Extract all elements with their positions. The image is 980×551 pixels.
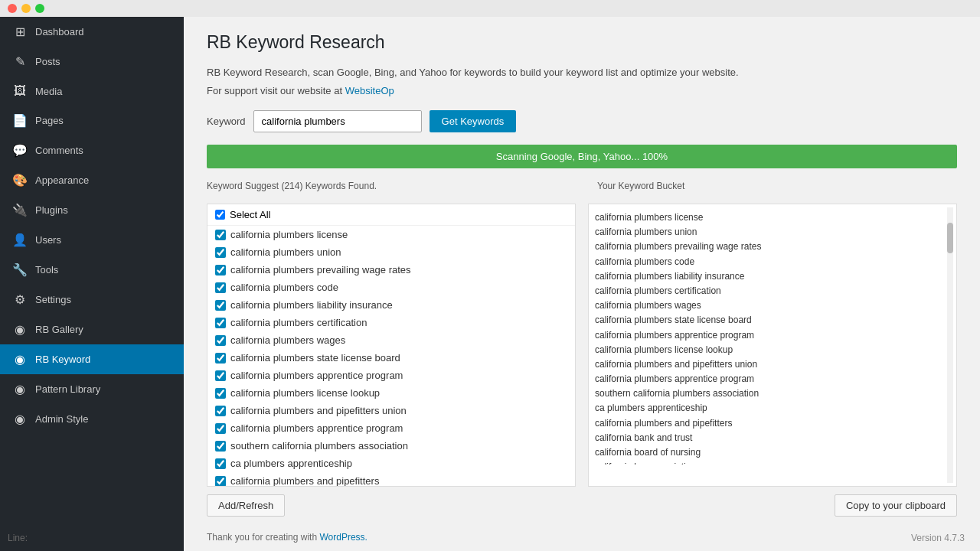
sidebar-item-settings[interactable]: ⚙Settings <box>0 285 184 315</box>
sidebar-label-plugins: Plugins <box>35 204 68 216</box>
sidebar-item-appearance[interactable]: 🎨Appearance <box>0 165 184 195</box>
bucket-scrollbar[interactable] <box>947 207 953 483</box>
keyword-checkbox[interactable] <box>215 265 226 276</box>
users-icon: 👤 <box>12 233 28 247</box>
keyword-text: california plumbers code <box>230 282 338 293</box>
keyword-row: Keyword Get Keywords <box>207 110 957 132</box>
version-text: Version 4.7.3 <box>911 533 965 543</box>
keyword-text: california plumbers union <box>230 246 341 258</box>
keyword-text: california plumbers prevailing wage rate… <box>230 264 411 276</box>
main-content: RB Keyword Research RB Keyword Research,… <box>184 17 980 551</box>
keyword-text: california plumbers license lookup <box>230 387 380 399</box>
keyword-list-item: california plumbers union <box>207 243 575 261</box>
keyword-text: southern california plumbers association <box>230 440 408 452</box>
keyword-checkbox[interactable] <box>215 247 226 258</box>
dashboard-icon: ⊞ <box>12 24 28 39</box>
keyword-input[interactable] <box>253 110 422 132</box>
sidebar-item-plugins[interactable]: 🔌Plugins <box>0 195 184 225</box>
add-refresh-button[interactable]: Add/Refresh <box>207 494 285 517</box>
keyword-list-item: california plumbers and pipefitters <box>207 472 575 486</box>
keyword-list-item: california plumbers license <box>207 226 575 243</box>
description2: For support visit our website at Website… <box>207 83 957 99</box>
sidebar-item-dashboard[interactable]: ⊞Dashboard <box>0 17 184 47</box>
settings-icon: ⚙ <box>12 292 28 307</box>
sidebar-label-rb-gallery: RB Gallery <box>35 324 83 335</box>
page-title: RB Keyword Research <box>207 32 957 53</box>
keyword-checkbox[interactable] <box>215 335 226 346</box>
bucket-textarea[interactable] <box>589 204 956 465</box>
keyword-text: california plumbers state license board <box>230 352 400 364</box>
sidebar-label-rb-keyword: RB Keyword <box>35 354 90 365</box>
sidebar-item-pages[interactable]: 📄Pages <box>0 106 184 135</box>
comments-icon: 💬 <box>12 143 28 158</box>
wordpress-link[interactable]: WordPress. <box>319 532 367 543</box>
sidebar: ⊞Dashboard✎Posts🖼Media📄Pages💬Comments🎨Ap… <box>0 17 184 551</box>
progress-bar: Scanning Google, Bing, Yahoo... 100% <box>207 145 957 168</box>
keyword-text: california plumbers apprentice program <box>230 422 403 434</box>
keyword-text: california plumbers liability insurance <box>230 299 393 311</box>
keyword-text: california plumbers and pipefitters unio… <box>230 405 407 416</box>
sidebar-label-tools: Tools <box>35 264 58 276</box>
rb-gallery-icon: ◉ <box>12 322 28 337</box>
sidebar-item-media[interactable]: 🖼Media <box>0 77 184 106</box>
keyword-text: california plumbers certification <box>230 317 367 328</box>
keyword-list-item: southern california plumbers association <box>207 437 575 455</box>
keyword-checkbox[interactable] <box>215 282 226 293</box>
sidebar-item-tools[interactable]: 🔧Tools <box>0 255 184 285</box>
bucket-header: Your Keyword Bucket <box>597 181 957 191</box>
nav-items: ⊞Dashboard✎Posts🖼Media📄Pages💬Comments🎨Ap… <box>0 17 184 434</box>
bucket-scrollbar-thumb[interactable] <box>947 223 953 253</box>
line-indicator: Line: <box>8 533 28 543</box>
keyword-checkbox[interactable] <box>215 230 226 240</box>
keyword-checkbox[interactable] <box>215 441 226 452</box>
footer: Thank you for creating with WordPress. <box>207 532 957 543</box>
tools-icon: 🔧 <box>12 262 28 277</box>
pages-icon: 📄 <box>12 113 28 128</box>
close-btn[interactable] <box>8 4 17 13</box>
sidebar-item-users[interactable]: 👤Users <box>0 225 184 255</box>
keyword-scroll-container[interactable]: california plumbers licensecalifornia pl… <box>207 226 575 486</box>
get-keywords-button[interactable]: Get Keywords <box>430 110 517 132</box>
sidebar-label-posts: Posts <box>35 56 60 67</box>
pattern-library-icon: ◉ <box>12 382 28 396</box>
sidebar-item-admin-style[interactable]: ◉Admin Style <box>0 404 184 434</box>
select-all-checkbox[interactable] <box>215 210 225 220</box>
keyword-text: california plumbers wages <box>230 334 345 346</box>
sidebar-item-comments[interactable]: 💬Comments <box>0 135 184 165</box>
maximize-btn[interactable] <box>35 4 44 13</box>
sidebar-label-settings: Settings <box>35 294 71 305</box>
minimize-btn[interactable] <box>21 4 31 13</box>
copy-button[interactable]: Copy to your clipboard <box>835 494 957 517</box>
keyword-checkbox[interactable] <box>215 370 226 381</box>
keyword-list-item: california plumbers state license board <box>207 349 575 367</box>
sidebar-label-media: Media <box>35 86 62 97</box>
action-buttons: Add/Refresh Copy to your clipboard <box>207 494 957 517</box>
description1: RB Keyword Research, scan Google, Bing, … <box>207 65 957 80</box>
keyword-checkbox[interactable] <box>215 423 226 434</box>
keyword-list-item: california plumbers liability insurance <box>207 296 575 314</box>
media-icon: 🖼 <box>12 84 28 98</box>
keyword-checkbox[interactable] <box>215 388 226 399</box>
sidebar-item-rb-keyword[interactable]: ◉RB Keyword <box>0 344 184 374</box>
keyword-checkbox[interactable] <box>215 353 226 364</box>
keyword-list-item: ca plumbers apprenticeship <box>207 455 575 472</box>
two-col-layout: Select All california plumbers licenseca… <box>207 204 957 487</box>
appearance-icon: 🎨 <box>12 173 28 187</box>
sidebar-label-pages: Pages <box>35 115 64 126</box>
keyword-text: california plumbers license <box>230 229 348 240</box>
keyword-list-item: california plumbers prevailing wage rate… <box>207 261 575 279</box>
keyword-list-item: california plumbers code <box>207 279 575 296</box>
keyword-checkbox[interactable] <box>215 318 226 328</box>
support-link[interactable]: WebsiteOp <box>345 85 394 96</box>
keyword-checkbox[interactable] <box>215 458 226 469</box>
column-headers: Keyword Suggest (214) Keywords Found. Yo… <box>207 181 957 197</box>
sidebar-item-rb-gallery[interactable]: ◉RB Gallery <box>0 315 184 344</box>
keyword-checkbox[interactable] <box>215 476 226 487</box>
sidebar-label-comments: Comments <box>35 145 83 156</box>
keyword-list-item: california plumbers and pipefitters unio… <box>207 402 575 419</box>
sidebar-label-appearance: Appearance <box>35 174 89 186</box>
keyword-checkbox[interactable] <box>215 406 226 416</box>
keyword-checkbox[interactable] <box>215 300 226 311</box>
sidebar-item-pattern-library[interactable]: ◉Pattern Library <box>0 374 184 404</box>
sidebar-item-posts[interactable]: ✎Posts <box>0 47 184 77</box>
